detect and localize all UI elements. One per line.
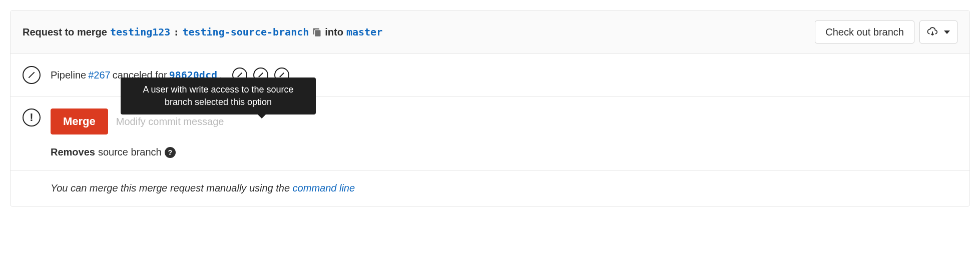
merge-request-widget: Request to merge testing123:testing-sour… (10, 10, 970, 206)
pipeline-canceled-icon (23, 66, 41, 84)
source-branch-tooltip: A user with write access to the source b… (121, 78, 316, 114)
into-label: into (325, 26, 343, 38)
branch-separator: : (173, 26, 179, 38)
help-icon[interactable]: ? (165, 147, 176, 158)
source-branch-text: source branch (98, 146, 162, 158)
merge-button[interactable]: Merge (51, 108, 108, 134)
download-dropdown-button[interactable] (919, 20, 957, 44)
removes-label: Removes (51, 146, 95, 158)
chevron-down-icon (944, 30, 950, 34)
cloud-download-icon (927, 27, 938, 37)
mr-header: Request to merge testing123:testing-sour… (11, 10, 969, 54)
mr-source-target: Request to merge testing123:testing-sour… (23, 26, 382, 38)
merge-section: ! Merge A user with write access to the … (11, 96, 969, 170)
source-branch-link[interactable]: testing-source-branch (182, 26, 309, 38)
source-namespace-link[interactable]: testing123 (110, 26, 170, 38)
target-branch-link[interactable]: master (346, 26, 382, 38)
warning-icon: ! (23, 108, 41, 126)
removes-source-branch-row: Removes source branch ? (51, 146, 957, 158)
checkout-branch-button[interactable]: Check out branch (815, 20, 914, 44)
copy-branch-icon[interactable] (312, 27, 322, 37)
pipeline-number-link[interactable]: #267 (88, 66, 111, 84)
modify-commit-message-link[interactable]: Modify commit message (116, 116, 224, 128)
manual-merge-footer: You can merge this merge request manuall… (11, 170, 969, 206)
request-to-merge-label: Request to merge (23, 26, 107, 38)
footer-text: You can merge this merge request manuall… (51, 182, 293, 194)
merge-action-row: Merge A user with write access to the so… (51, 108, 957, 134)
header-actions: Check out branch (815, 20, 957, 44)
command-line-link[interactable]: command line (293, 182, 355, 194)
pipeline-label: Pipeline (51, 66, 86, 84)
